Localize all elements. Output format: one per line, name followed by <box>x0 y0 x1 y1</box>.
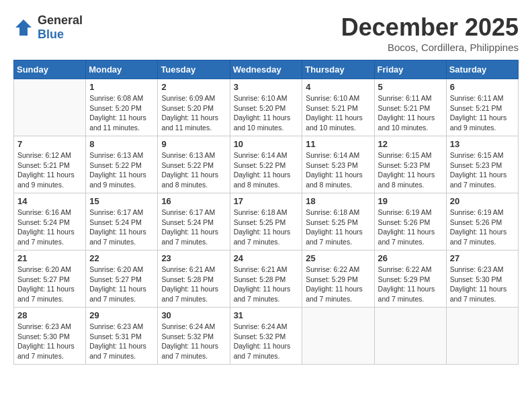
day-number: 21 <box>17 253 82 263</box>
month-title: December 2025 <box>341 13 519 42</box>
day-info: Sunrise: 6:19 AMSunset: 5:26 PMDaylight:… <box>378 208 443 247</box>
day-number: 24 <box>234 253 299 263</box>
day-info: Sunrise: 6:08 AMSunset: 5:20 PMDaylight:… <box>89 93 154 133</box>
calendar-cell <box>446 308 518 365</box>
day-info: Sunrise: 6:09 AMSunset: 5:20 PMDaylight:… <box>161 93 226 133</box>
calendar-cell: 27Sunrise: 6:23 AMSunset: 5:30 PMDayligh… <box>446 250 518 308</box>
day-info: Sunrise: 6:13 AMSunset: 5:22 PMDaylight:… <box>89 150 154 190</box>
day-number: 30 <box>161 310 226 320</box>
calendar-cell: 10Sunrise: 6:14 AMSunset: 5:22 PMDayligh… <box>230 136 302 193</box>
day-info: Sunrise: 6:17 AMSunset: 5:24 PMDaylight:… <box>89 208 154 247</box>
day-number: 31 <box>234 310 299 320</box>
day-number: 7 <box>17 139 82 149</box>
calendar-cell: 19Sunrise: 6:19 AMSunset: 5:26 PMDayligh… <box>374 193 446 250</box>
day-number: 11 <box>306 139 370 149</box>
calendar-cell: 21Sunrise: 6:20 AMSunset: 5:27 PMDayligh… <box>14 250 86 308</box>
day-number: 15 <box>89 196 154 206</box>
calendar-cell: 16Sunrise: 6:17 AMSunset: 5:24 PMDayligh… <box>158 193 230 250</box>
day-number: 9 <box>161 139 226 149</box>
day-info: Sunrise: 6:23 AMSunset: 5:30 PMDaylight:… <box>17 322 82 361</box>
calendar-cell: 9Sunrise: 6:13 AMSunset: 5:22 PMDaylight… <box>158 136 230 193</box>
col-header-thursday: Thursday <box>302 60 374 79</box>
day-info: Sunrise: 6:15 AMSunset: 5:23 PMDaylight:… <box>378 150 443 190</box>
day-number: 3 <box>234 82 299 92</box>
col-header-tuesday: Tuesday <box>158 60 230 79</box>
calendar-cell: 26Sunrise: 6:22 AMSunset: 5:29 PMDayligh… <box>374 250 446 308</box>
day-info: Sunrise: 6:23 AMSunset: 5:30 PMDaylight:… <box>450 265 515 304</box>
day-number: 22 <box>89 253 154 263</box>
day-number: 25 <box>306 253 370 263</box>
day-number: 8 <box>89 139 154 149</box>
calendar-cell: 23Sunrise: 6:21 AMSunset: 5:28 PMDayligh… <box>158 250 230 308</box>
calendar-table: SundayMondayTuesdayWednesdayThursdayFrid… <box>13 60 519 365</box>
day-number: 20 <box>450 196 515 206</box>
day-info: Sunrise: 6:22 AMSunset: 5:29 PMDaylight:… <box>306 265 370 304</box>
calendar-cell <box>14 79 86 136</box>
col-header-saturday: Saturday <box>446 60 518 79</box>
title-area: December 2025 Bocos, Cordillera, Philipp… <box>341 13 519 53</box>
calendar-cell: 4Sunrise: 6:10 AMSunset: 5:21 PMDaylight… <box>302 79 374 136</box>
col-header-friday: Friday <box>374 60 446 79</box>
calendar-cell: 14Sunrise: 6:16 AMSunset: 5:24 PMDayligh… <box>14 193 86 250</box>
day-info: Sunrise: 6:24 AMSunset: 5:32 PMDaylight:… <box>161 322 226 361</box>
day-number: 5 <box>378 82 443 92</box>
calendar-header-row: SundayMondayTuesdayWednesdayThursdayFrid… <box>14 60 519 79</box>
calendar-cell: 8Sunrise: 6:13 AMSunset: 5:22 PMDaylight… <box>86 136 158 193</box>
calendar-cell: 13Sunrise: 6:15 AMSunset: 5:23 PMDayligh… <box>446 136 518 193</box>
day-number: 19 <box>378 196 443 206</box>
day-number: 26 <box>378 253 443 263</box>
calendar-cell: 18Sunrise: 6:18 AMSunset: 5:25 PMDayligh… <box>302 193 374 250</box>
week-row-1: 7Sunrise: 6:12 AMSunset: 5:21 PMDaylight… <box>14 136 519 193</box>
calendar-cell: 2Sunrise: 6:09 AMSunset: 5:20 PMDaylight… <box>158 79 230 136</box>
calendar-cell: 28Sunrise: 6:23 AMSunset: 5:30 PMDayligh… <box>14 308 86 365</box>
day-number: 13 <box>450 139 515 149</box>
week-row-3: 21Sunrise: 6:20 AMSunset: 5:27 PMDayligh… <box>14 250 519 308</box>
day-info: Sunrise: 6:15 AMSunset: 5:23 PMDaylight:… <box>450 150 515 190</box>
day-number: 18 <box>306 196 370 206</box>
day-number: 27 <box>450 253 515 263</box>
week-row-0: 1Sunrise: 6:08 AMSunset: 5:20 PMDaylight… <box>14 79 519 136</box>
day-number: 17 <box>234 196 299 206</box>
day-info: Sunrise: 6:21 AMSunset: 5:28 PMDaylight:… <box>234 265 299 304</box>
day-info: Sunrise: 6:13 AMSunset: 5:22 PMDaylight:… <box>161 150 226 190</box>
day-info: Sunrise: 6:14 AMSunset: 5:23 PMDaylight:… <box>306 150 370 190</box>
day-info: Sunrise: 6:16 AMSunset: 5:24 PMDaylight:… <box>17 208 82 247</box>
day-number: 6 <box>450 82 515 92</box>
day-info: Sunrise: 6:10 AMSunset: 5:20 PMDaylight:… <box>234 93 299 133</box>
calendar-cell: 29Sunrise: 6:23 AMSunset: 5:31 PMDayligh… <box>86 308 158 365</box>
day-info: Sunrise: 6:18 AMSunset: 5:25 PMDaylight:… <box>234 208 299 247</box>
day-number: 23 <box>161 253 226 263</box>
calendar-cell: 17Sunrise: 6:18 AMSunset: 5:25 PMDayligh… <box>230 193 302 250</box>
location: Bocos, Cordillera, Philippines <box>341 42 519 53</box>
logo: General Blue <box>13 13 83 42</box>
day-info: Sunrise: 6:14 AMSunset: 5:22 PMDaylight:… <box>234 150 299 190</box>
day-info: Sunrise: 6:18 AMSunset: 5:25 PMDaylight:… <box>306 208 370 247</box>
day-number: 1 <box>89 82 154 92</box>
day-info: Sunrise: 6:10 AMSunset: 5:21 PMDaylight:… <box>306 93 370 133</box>
calendar-cell: 20Sunrise: 6:19 AMSunset: 5:26 PMDayligh… <box>446 193 518 250</box>
svg-marker-0 <box>15 19 32 36</box>
day-number: 10 <box>234 139 299 149</box>
calendar-cell: 30Sunrise: 6:24 AMSunset: 5:32 PMDayligh… <box>158 308 230 365</box>
day-info: Sunrise: 6:20 AMSunset: 5:27 PMDaylight:… <box>89 265 154 304</box>
calendar-cell: 15Sunrise: 6:17 AMSunset: 5:24 PMDayligh… <box>86 193 158 250</box>
day-info: Sunrise: 6:23 AMSunset: 5:31 PMDaylight:… <box>89 322 154 361</box>
day-number: 16 <box>161 196 226 206</box>
day-number: 14 <box>17 196 82 206</box>
day-info: Sunrise: 6:19 AMSunset: 5:26 PMDaylight:… <box>450 208 515 247</box>
calendar-cell: 31Sunrise: 6:24 AMSunset: 5:32 PMDayligh… <box>230 308 302 365</box>
day-info: Sunrise: 6:20 AMSunset: 5:27 PMDaylight:… <box>17 265 82 304</box>
calendar-cell: 3Sunrise: 6:10 AMSunset: 5:20 PMDaylight… <box>230 79 302 136</box>
week-row-4: 28Sunrise: 6:23 AMSunset: 5:30 PMDayligh… <box>14 308 519 365</box>
calendar-cell: 24Sunrise: 6:21 AMSunset: 5:28 PMDayligh… <box>230 250 302 308</box>
week-row-2: 14Sunrise: 6:16 AMSunset: 5:24 PMDayligh… <box>14 193 519 250</box>
day-info: Sunrise: 6:11 AMSunset: 5:21 PMDaylight:… <box>378 93 443 133</box>
calendar-cell: 11Sunrise: 6:14 AMSunset: 5:23 PMDayligh… <box>302 136 374 193</box>
calendar-cell: 25Sunrise: 6:22 AMSunset: 5:29 PMDayligh… <box>302 250 374 308</box>
calendar-cell: 22Sunrise: 6:20 AMSunset: 5:27 PMDayligh… <box>86 250 158 308</box>
day-number: 2 <box>161 82 226 92</box>
page-header: General Blue December 2025 Bocos, Cordil… <box>13 13 519 53</box>
calendar-cell: 5Sunrise: 6:11 AMSunset: 5:21 PMDaylight… <box>374 79 446 136</box>
day-info: Sunrise: 6:24 AMSunset: 5:32 PMDaylight:… <box>234 322 299 361</box>
day-number: 28 <box>17 310 82 320</box>
